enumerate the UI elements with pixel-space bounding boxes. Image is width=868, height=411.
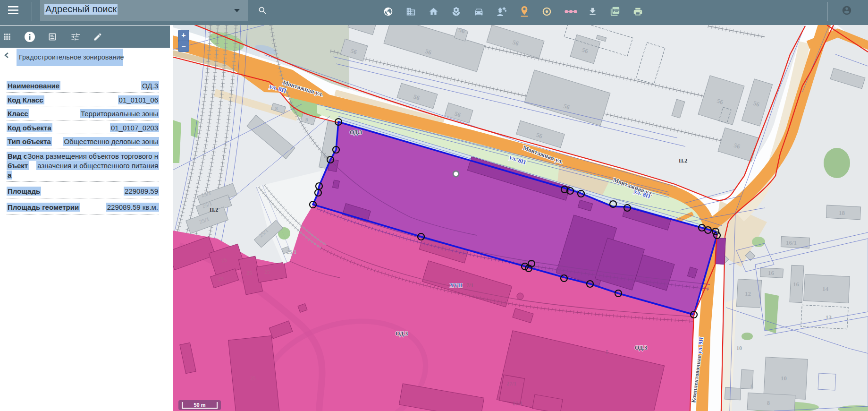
svg-text:XVII: XVII: [450, 282, 463, 289]
svg-text:12: 12: [745, 290, 751, 297]
svg-text:8: 8: [750, 383, 753, 390]
svg-text:8: 8: [767, 400, 770, 406]
svg-text:8: 8: [324, 154, 327, 159]
svg-text:ОД.3: ОД.3: [350, 129, 362, 136]
svg-text:16: 16: [793, 281, 800, 288]
svg-text:25: 25: [246, 270, 252, 276]
svg-text:ОД.3: ОД.3: [635, 344, 647, 351]
svg-text:16/1: 16/1: [786, 239, 797, 246]
svg-text:13: 13: [826, 314, 832, 321]
svg-text:25/1: 25/1: [287, 248, 296, 255]
svg-text:27/1: 27/1: [513, 400, 522, 407]
svg-text:25: 25: [218, 275, 224, 282]
svg-text:18: 18: [839, 209, 845, 216]
svg-text:8: 8: [305, 117, 308, 122]
svg-text:7: 7: [441, 245, 444, 252]
svg-text:25: 25: [250, 375, 256, 382]
svg-text:7/1: 7/1: [466, 282, 473, 289]
svg-text:П.2: П.2: [679, 157, 687, 164]
svg-text:25: 25: [264, 269, 270, 275]
svg-text:ОД.3: ОД.3: [396, 330, 408, 337]
svg-text:10: 10: [736, 345, 742, 351]
svg-text:П.2: П.2: [210, 206, 218, 213]
svg-text:14: 14: [822, 285, 829, 292]
svg-text:16: 16: [768, 269, 775, 276]
svg-text:27/1: 27/1: [506, 380, 516, 387]
svg-text:8: 8: [275, 105, 278, 111]
svg-text:5: 5: [606, 349, 608, 355]
svg-text:10: 10: [781, 375, 787, 382]
